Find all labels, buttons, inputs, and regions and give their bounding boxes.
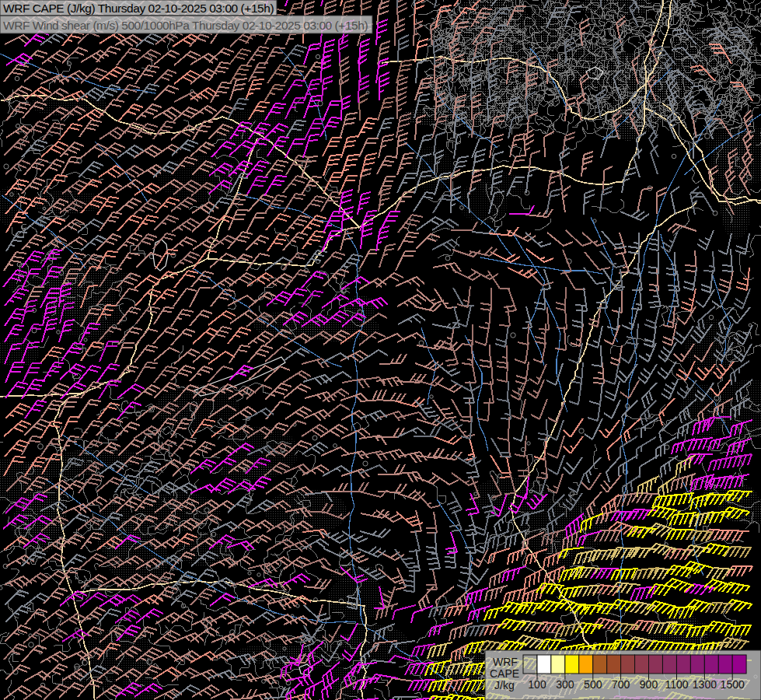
svg-text:900: 900 <box>640 678 658 691</box>
svg-text:1300: 1300 <box>693 678 717 691</box>
svg-text:WRF: WRF <box>493 656 518 668</box>
svg-text:WRF Wind shear (m/s) 500/1000h: WRF Wind shear (m/s) 500/1000hPa Thursda… <box>3 19 368 32</box>
svg-text:J/kg: J/kg <box>494 679 515 691</box>
svg-text:300: 300 <box>556 678 574 691</box>
svg-text:500: 500 <box>584 678 602 691</box>
svg-text:CAPE: CAPE <box>490 667 519 680</box>
svg-text:WRF CAPE (J/kg) Thursday 02-10: WRF CAPE (J/kg) Thursday 02-10-2025 03:0… <box>3 2 274 15</box>
svg-text:700: 700 <box>612 678 630 691</box>
svg-text:1100: 1100 <box>665 678 688 691</box>
svg-text:1500: 1500 <box>721 678 745 691</box>
svg-text:100: 100 <box>528 678 546 691</box>
